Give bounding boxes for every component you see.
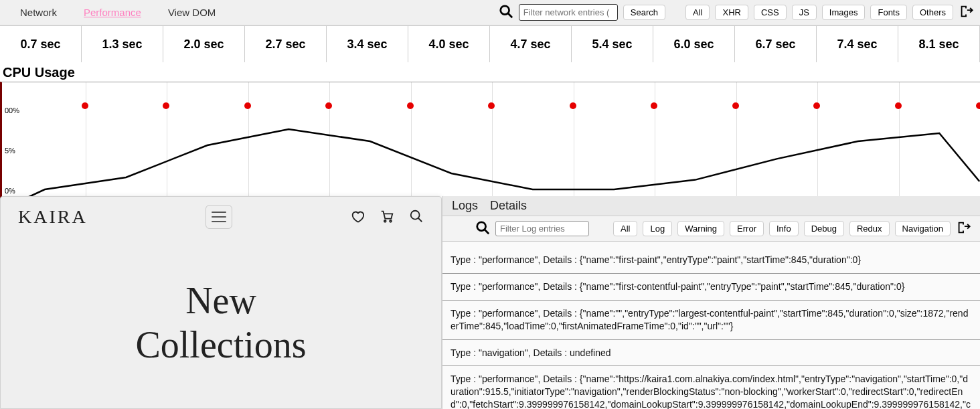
filter-js[interactable]: JS [792, 5, 817, 20]
main-tabs: Network Performance View DOM [20, 7, 216, 18]
svg-point-6 [477, 222, 486, 231]
timeline-tick: 2.0 sec [163, 26, 245, 62]
timeline-tick: 5.4 sec [572, 26, 653, 62]
svg-point-3 [390, 220, 392, 222]
timeline-tick: 4.0 sec [408, 26, 490, 62]
cpu-usage-chart[interactable]: 00% 5% 0% [0, 82, 980, 201]
details-tabs: Logs Details [442, 196, 980, 216]
log-row[interactable]: Type : "navigation", Details : undefined [442, 340, 980, 367]
brand-logo[interactable]: KAIRA [18, 206, 88, 228]
heart-icon[interactable] [350, 209, 365, 226]
log-list[interactable]: Type : "performance", Details : {"name":… [442, 242, 980, 409]
filter-xhr[interactable]: XHR [715, 5, 748, 20]
timeline-tick: 1.3 sec [82, 26, 163, 62]
filter-fonts[interactable]: Fonts [870, 5, 907, 20]
filter-all[interactable]: All [685, 5, 710, 20]
devtools-toolbar: Network Performance View DOM Search All … [0, 0, 980, 25]
log-filter-info[interactable]: Info [769, 221, 799, 236]
svg-point-0 [501, 6, 509, 15]
svg-line-5 [418, 218, 422, 222]
search-button[interactable]: Search [623, 5, 665, 20]
hero-title: NewCollections [135, 278, 306, 367]
log-filter-error[interactable]: Error [730, 221, 764, 236]
log-row[interactable]: Type : "performance", Details : {"name":… [442, 301, 980, 340]
tab-details[interactable]: Details [490, 199, 527, 213]
preview-icon-group [350, 209, 424, 226]
page-preview-pane: KAIRA NewCollections [0, 196, 442, 409]
timeline-tick: 4.7 sec [490, 26, 572, 62]
log-filter-debug[interactable]: Debug [804, 221, 844, 236]
log-filter-warning[interactable]: Warning [677, 221, 724, 236]
filter-others[interactable]: Others [912, 5, 953, 20]
timeline-tick: 0.7 sec [0, 26, 82, 62]
filter-css[interactable]: CSS [754, 5, 787, 20]
log-toolbar: All Log Warning Error Info Debug Redux N… [442, 216, 980, 242]
timeline-tick: 2.7 sec [245, 26, 327, 62]
export-icon[interactable] [959, 4, 973, 21]
log-filter-log[interactable]: Log [643, 221, 672, 236]
svg-point-2 [384, 220, 386, 222]
network-filter-input[interactable] [519, 4, 618, 21]
tab-network[interactable]: Network [20, 7, 57, 18]
log-filter-input[interactable] [495, 221, 589, 236]
log-row[interactable]: Type : "performance", Details : {"name":… [442, 366, 980, 409]
details-pane: Logs Details All Log Warning Error Info … [442, 196, 980, 409]
svg-line-1 [508, 13, 512, 17]
timeline-tick: 6.0 sec [653, 26, 735, 62]
log-filter-navigation[interactable]: Navigation [895, 221, 951, 236]
export-icon[interactable] [956, 220, 971, 237]
timeline-tick: 8.1 sec [898, 26, 980, 62]
log-row[interactable]: Type : "performance", Details : {"name":… [442, 274, 980, 301]
search-icon[interactable] [475, 220, 490, 237]
search-icon[interactable] [409, 209, 424, 226]
log-row[interactable]: Type : "performance", Details : {"name":… [442, 247, 980, 274]
timeline-tick: 3.4 sec [327, 26, 408, 62]
hamburger-menu[interactable] [206, 205, 232, 229]
preview-body: NewCollections [1, 237, 441, 408]
cpu-usage-title: CPU Usage [0, 62, 980, 82]
timeline-tick: 7.4 sec [817, 26, 898, 62]
bottom-panels: KAIRA NewCollections Logs Details All Lo… [0, 196, 980, 409]
svg-line-7 [485, 230, 489, 234]
timeline-tick: 6.7 sec [735, 26, 817, 62]
timeline-ruler: 0.7 sec 1.3 sec 2.0 sec 2.7 sec 3.4 sec … [0, 25, 980, 62]
search-icon[interactable] [499, 4, 513, 21]
tab-logs[interactable]: Logs [452, 199, 478, 213]
preview-header: KAIRA [1, 197, 441, 237]
log-filter-all[interactable]: All [613, 221, 637, 236]
tab-performance[interactable]: Performance [84, 7, 141, 18]
filter-images[interactable]: Images [822, 5, 866, 20]
svg-point-4 [411, 210, 420, 219]
log-filter-redux[interactable]: Redux [849, 221, 890, 236]
tab-view-dom[interactable]: View DOM [168, 7, 216, 18]
cart-icon[interactable] [380, 209, 394, 226]
